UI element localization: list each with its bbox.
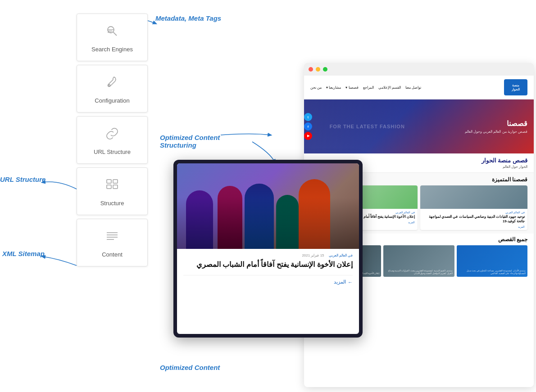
facebook-icon[interactable]: f (304, 122, 312, 131)
story-thumb-2[interactable]: منتدى القيم الدينية لمجموعة العشرين يبحث… (383, 245, 454, 277)
site-nav-links: تواصل معنا القسم الإعلامي المراجع قصصنا … (310, 86, 421, 90)
optimized-content-label: Optimized Content (160, 364, 220, 371)
browser-titlebar (304, 63, 534, 76)
configuration-label: Configuration (95, 97, 129, 104)
featured-card-1-img (420, 185, 527, 209)
nav-about[interactable]: من نحن (310, 86, 322, 90)
social-icons: t f ▶ (304, 113, 312, 140)
card-structure[interactable]: Structure (77, 167, 148, 215)
nav-contact[interactable]: تواصل معنا (405, 86, 421, 90)
story-thumb-1[interactable]: منتدى الأديان لمجموعة العشرين مساحة للتع… (457, 245, 527, 277)
browser-dot-yellow (316, 67, 320, 72)
svg-rect-6 (107, 180, 111, 183)
youtube-icon[interactable]: ▶ (304, 132, 312, 140)
card-content[interactable]: Content (77, 219, 148, 266)
hero-area: FOR THE LATEST FASHION t f ▶ قصصنا قصص ح… (304, 99, 534, 153)
optimized-content-annotation: Optimized Content (160, 364, 220, 371)
tablet-article-tag: في العالم العربي (329, 253, 353, 257)
metadata-annotation: Metadata, Meta Tags (155, 14, 221, 22)
tablet-article-image (177, 163, 359, 249)
nav-projects[interactable]: مشاريعنا ▾ (326, 86, 341, 90)
tablet-arrow: ← (348, 279, 353, 285)
browser-dot-red (309, 67, 313, 72)
tablet-article-date: 15 فبراير 2021 (302, 253, 324, 257)
url-structure-label-card: URL Structure (94, 149, 131, 155)
optimized-content-structuring-annotation: Optimized Content Structuring (160, 126, 220, 149)
site-logo: منصةالحوار (504, 79, 527, 95)
optimized-content-structuring-label: Optimized Content Structuring (160, 134, 220, 149)
card-configuration[interactable]: Configuration (77, 65, 148, 113)
svg-rect-8 (107, 185, 111, 189)
seo-cards-list: Search Engines Configuration URL Structu… (77, 14, 148, 270)
url-structure-annotation: URL Structure (0, 176, 45, 183)
tablet-article-title: إعلان الأخوة الإنسانية يفتح آفاقاً أمام … (183, 260, 353, 270)
tablet-article-meta: في العالم العربي 15 فبراير 2021 (183, 253, 353, 257)
tablet-screen: في العالم العربي 15 فبراير 2021 إعلان ال… (177, 163, 359, 334)
svg-rect-9 (113, 185, 118, 189)
link-icon (105, 126, 119, 143)
xml-sitemap-annotation: XML Sitemap (2, 250, 45, 257)
xml-sitemap-label: XML Sitemap (2, 250, 45, 257)
lines-icon (105, 229, 119, 246)
nav-media[interactable]: القسم الإعلامي (378, 86, 401, 90)
featured-card-1[interactable]: في العالم العربي توحيد جهود القيادات الد… (420, 185, 527, 230)
wrench-icon (105, 75, 119, 92)
hero-title: قصصنا (465, 119, 527, 128)
card-url-structure[interactable]: URL Structure (77, 116, 148, 164)
hero-subtitle: قصص حوارية من العالم العربي وحول العالم (465, 130, 527, 134)
tablet-article-more[interactable]: ← المزيد (183, 275, 353, 285)
tablet-article-body: في العالم العربي 15 فبراير 2021 إعلان ال… (177, 249, 359, 289)
featured-card-1-body: في العالم العربي توحيد جهود القيادات الد… (420, 209, 527, 230)
all-stories-label: جميع القصص (498, 236, 527, 243)
tablet-more-label: المزيد (334, 279, 346, 285)
metadata-label: Metadata, Meta Tags (155, 14, 221, 22)
thumb-inner-1: منتدى الأديان لمجموعة العشرين مساحة للتع… (457, 245, 527, 277)
nav-references[interactable]: المراجع (363, 86, 374, 90)
url-structure-label: URL Structure (0, 176, 45, 183)
featured-card-1-tag: في العالم العربي (423, 211, 525, 214)
hero-fashion-text: FOR THE LATEST FASHION (304, 99, 431, 153)
structure-grid-icon (105, 178, 119, 194)
svg-rect-7 (113, 180, 118, 183)
search-engines-label: Search Engines (91, 46, 133, 53)
nav-stories[interactable]: قصصنا ▾ (345, 86, 358, 90)
thumb-text-1: منتدى الأديان لمجموعة العشرين مساحة للتع… (459, 269, 526, 275)
structure-label: Structure (100, 200, 124, 207)
featured-card-1-title: توحيد جهود القيادات الدينية وصانعي السيا… (423, 215, 525, 224)
search-list-icon (105, 24, 119, 41)
content-label: Content (102, 251, 123, 258)
card-search-engines[interactable]: Search Engines (77, 14, 148, 61)
people-silhouette (177, 163, 359, 249)
site-navbar: منصةالحوار تواصل معنا القسم الإعلامي الم… (304, 76, 534, 99)
svg-line-1 (114, 32, 117, 36)
twitter-icon[interactable]: t (304, 113, 312, 121)
hero-overlay: قصصنا قصص حوارية من العالم العربي وحول ا… (465, 119, 527, 134)
browser-dot-green (323, 67, 327, 72)
thumb-text-2: منتدى القيم الدينية لمجموعة العشرين يبحث… (385, 269, 452, 275)
featured-card-1-more[interactable]: المزيد (423, 225, 525, 228)
thumb-inner-2: منتدى القيم الدينية لمجموعة العشرين يبحث… (383, 245, 454, 277)
stories-subtitle-left: الحوار حول العالم (503, 165, 527, 169)
tablet-overlay: في العالم العربي 15 فبراير 2021 إعلان ال… (173, 160, 363, 338)
